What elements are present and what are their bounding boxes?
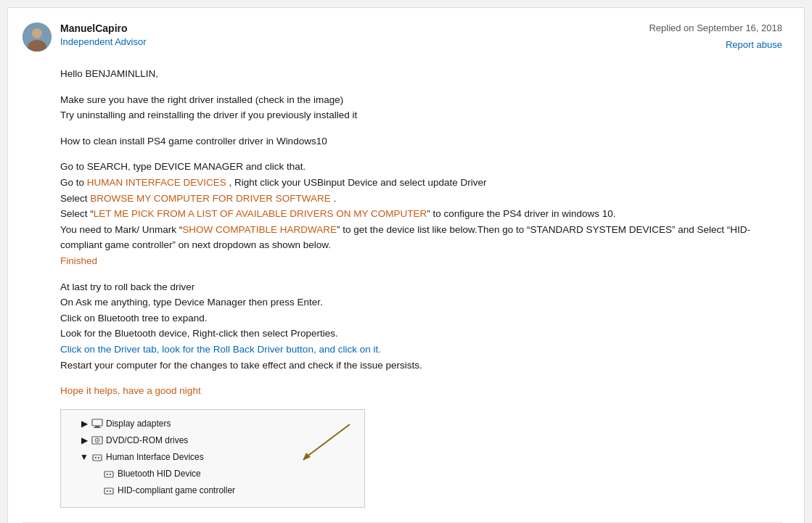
svg-rect-5 [94,427,101,428]
block3-line1: Go to SEARCH, type DEVICE MANAGER and cl… [60,159,782,175]
svg-point-1 [32,28,42,38]
user-info: ManuelCapiro Independent Advisor [22,22,147,52]
avatar [22,22,52,52]
block4-line5: Click on the Driver tab, look for the Ro… [60,342,782,358]
block4-line3: Click on Bluetooth tree to expand. [60,310,782,326]
greeting-text: Hello BENJAMINLLIN, [60,66,782,82]
block4-line2: On Ask me anything, type Device Manager … [60,295,782,310]
block4-line6: Restart your computer for the changes to… [60,358,782,374]
block4: At last try to roll back the driver On A… [60,279,782,374]
expand-icon-dvd: ▶ [80,436,89,445]
svg-rect-12 [104,471,113,477]
reply-meta: Replied on September 16, 2018 Report abu… [649,22,782,50]
block3-line2-post: , Right click your USBinput Device and s… [226,177,487,188]
block3-line2-highlight: HUMAN INTERFACE DEVICES [87,177,226,188]
report-abuse-link[interactable]: Report abuse [726,39,782,50]
user-details: ManuelCapiro Independent Advisor [60,22,147,47]
arrow-annotation [292,421,357,464]
bluetooth-hid-icon [103,469,115,480]
svg-rect-4 [95,426,99,427]
dm-row-bluetooth-hid: Bluetooth HID Device [68,466,357,482]
game-controller-icon [103,485,115,497]
block3-line2: Go to HUMAN INTERFACE DEVICES , Right cl… [60,175,782,191]
greeting-block: Hello BENJAMINLLIN, [60,66,782,82]
reply-container: ManuelCapiro Independent Advisor Replied… [7,7,805,523]
svg-rect-16 [107,490,108,492]
block3-line3-post: . [331,193,337,204]
svg-line-18 [306,424,350,457]
block3-line5-highlight: SHOW COMPATIBLE HARDWARE [182,224,337,235]
block3-line3-pre: Select [60,193,90,204]
expand-icon-hid: ▼ [80,453,89,462]
block1: Make sure you have the right driver inst… [60,92,782,123]
svg-rect-3 [92,419,102,426]
block1-line1: Make sure you have the right driver inst… [60,92,782,108]
user-name: ManuelCapiro [60,22,147,34]
dm-label-game-controller: HID-compliant game controller [118,484,235,498]
block3-line1-text: Go to SEARCH, type DEVICE MANAGER and cl… [60,161,305,172]
svg-rect-10 [95,457,97,458]
svg-point-8 [97,440,98,441]
block3-line5-pre: You need to Mark/ Unmark “ [60,224,182,235]
user-role: Independent Advisor [60,36,147,47]
block3-line3-highlight: BROWSE MY COMPUTER FOR DRIVER SOFTWARE [90,193,331,204]
svg-rect-17 [110,490,111,492]
block3-line4-post: ” to configure the PS4 driver in windows… [427,208,615,219]
block3-line4: Select “LET ME PICK FROM A LIST OF AVAIL… [60,206,782,222]
expand-icon-display: ▶ [80,419,89,428]
block3-line4-highlight: LET ME PICK FROM A LIST OF AVAILABLE DRI… [94,208,427,219]
svg-rect-9 [93,455,102,461]
sign-off-text: Hope it helps, have a good night [60,383,782,399]
dm-label-display: Display adapters [106,417,171,431]
reply-body: Hello BENJAMINLLIN, Make sure you have t… [22,66,782,508]
block3-line4-pre: Select “ [60,208,94,219]
svg-rect-15 [104,488,113,494]
block3: Go to SEARCH, type DEVICE MANAGER and cl… [60,159,782,268]
block4-line4: Look for the Bluetooth device, Right-cli… [60,326,782,342]
sign-off-block: Hope it helps, have a good night [60,383,782,399]
svg-rect-14 [110,474,111,475]
monitor-icon [91,418,103,429]
block3-line6: Finished [60,253,782,269]
dm-label-bluetooth-hid: Bluetooth HID Device [118,467,201,481]
block3-line2-pre: Go to [60,177,87,188]
dm-label-dvd: DVD/CD-ROM drives [106,434,188,448]
block3-line3: Select BROWSE MY COMPUTER FOR DRIVER SOF… [60,191,782,207]
reply-header: ManuelCapiro Independent Advisor Replied… [22,22,782,52]
dm-label-hid: Human Interface Devices [106,450,204,464]
hid-icon [91,452,103,464]
dm-row-game-controller: HID-compliant game controller [68,482,357,499]
block2-text: How to clean install PS4 game controller… [60,133,782,149]
block3-line5: You need to Mark/ Unmark “SHOW COMPATIBL… [60,222,782,253]
svg-rect-11 [98,457,99,458]
block2: How to clean install PS4 game controller… [60,133,782,149]
device-manager-screenshot: ▶ Display adapters ▶ DVD/CD-ROM drives [60,409,365,508]
block1-line2: Try uninstalling and reinstalling the dr… [60,107,782,123]
block4-line1: At last try to roll back the driver [60,279,782,295]
reply-date: Replied on September 16, 2018 [649,22,782,33]
svg-rect-13 [107,474,108,475]
disc-icon [91,435,103,446]
